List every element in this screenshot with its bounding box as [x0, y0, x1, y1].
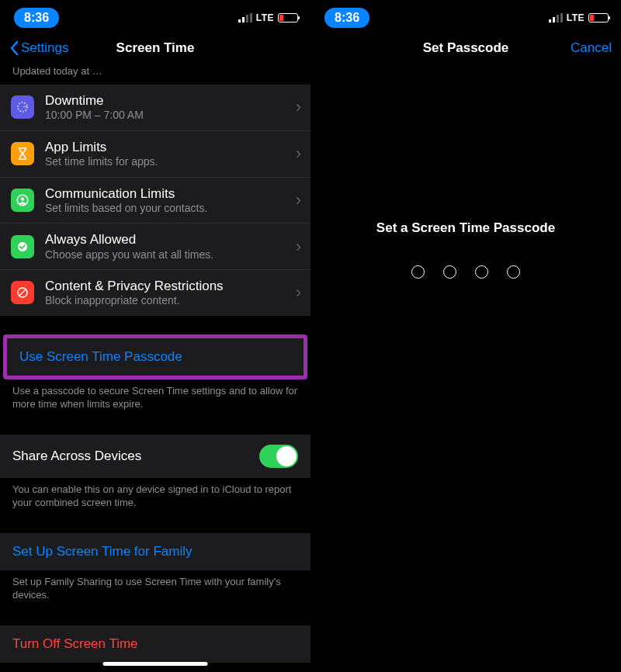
content: Updated today at … Downtime10:00 PM – 7:… [0, 65, 310, 663]
settings-section: Downtime10:00 PM – 7:00 AM › App LimitsS… [0, 85, 310, 316]
link-label: Use Screen Time Passcode [19, 349, 182, 365]
chevron-back-icon [9, 40, 19, 56]
chevron-right-icon: › [296, 282, 301, 303]
last-updated-text: Updated today at … [0, 65, 310, 81]
passcode-dot [507, 265, 520, 279]
battery-icon [278, 13, 298, 23]
signal-icon [238, 13, 252, 23]
signal-icon [549, 13, 563, 23]
svg-rect-11 [553, 17, 555, 23]
family-footer: Set up Family Sharing to use Screen Time… [0, 570, 310, 602]
passcode-area: Set a Screen Time Passcode [310, 220, 621, 279]
share-across-devices-row[interactable]: Share Across Devices [0, 435, 310, 478]
row-title: Communication Limits [45, 185, 285, 202]
back-label: Settings [21, 40, 68, 56]
share-footer: You can enable this on any device signed… [0, 478, 310, 510]
svg-rect-3 [250, 13, 252, 23]
downtime-row[interactable]: Downtime10:00 PM – 7:00 AM › [0, 85, 310, 131]
link-label: Set Up Screen Time for Family [12, 544, 192, 559]
status-bar: 8:36 LTE [310, 0, 621, 31]
back-button[interactable]: Settings [9, 40, 68, 56]
svg-rect-1 [242, 17, 245, 23]
passcode-footer: Use a passcode to secure Screen Time set… [0, 379, 310, 411]
row-title: Content & Privacy Restrictions [45, 278, 285, 294]
hourglass-icon [11, 142, 34, 165]
communication-limits-row[interactable]: Communication LimitsSet limits based on … [0, 178, 310, 224]
home-indicator[interactable] [103, 662, 208, 666]
passcode-dots [411, 265, 520, 279]
app-limits-row[interactable]: App LimitsSet time limits for apps. › [0, 131, 310, 178]
chevron-right-icon: › [296, 190, 301, 210]
passcode-dot [411, 265, 425, 279]
downtime-icon [11, 95, 34, 119]
svg-rect-2 [246, 15, 248, 23]
row-subtitle: Set time limits for apps. [45, 155, 285, 169]
svg-rect-12 [557, 15, 559, 23]
setup-family-button[interactable]: Set Up Screen Time for Family [0, 533, 310, 570]
passcode-dot [443, 265, 456, 279]
contact-icon [11, 189, 34, 212]
page-title: Set Passcode [423, 40, 509, 56]
link-label: Turn Off Screen Time [12, 636, 138, 652]
nav-bar: Settings Screen Time [0, 31, 310, 65]
row-title: App Limits [45, 139, 285, 155]
time-pill[interactable]: 8:36 [324, 8, 369, 28]
content-privacy-row[interactable]: Content & Privacy RestrictionsBlock inap… [0, 270, 310, 316]
use-passcode-button[interactable]: Use Screen Time Passcode [7, 338, 304, 376]
set-passcode-screen: 8:36 LTE Set Passcode Cancel Set a Scree… [310, 0, 621, 672]
svg-point-6 [21, 197, 25, 201]
network-label: LTE [256, 12, 274, 23]
svg-rect-10 [549, 19, 551, 23]
status-bar: 8:36 LTE [0, 0, 310, 31]
row-subtitle: Set limits based on your contacts. [45, 202, 285, 216]
passcode-dot [475, 265, 488, 279]
status-right: LTE [549, 12, 609, 23]
passcode-prompt: Set a Screen Time Passcode [376, 220, 555, 236]
row-subtitle: Choose apps you want at all times. [45, 248, 285, 262]
row-title: Downtime [45, 92, 285, 109]
row-subtitle: Block inappropriate content. [45, 294, 285, 308]
checkmark-shield-icon [11, 235, 34, 258]
cancel-button[interactable]: Cancel [571, 40, 612, 56]
time-pill[interactable]: 8:36 [14, 8, 59, 28]
chevron-right-icon: › [296, 144, 301, 164]
page-title: Screen Time [116, 40, 195, 56]
highlight-box: Use Screen Time Passcode [3, 334, 307, 379]
share-label: Share Across Devices [12, 449, 141, 464]
share-toggle[interactable] [259, 445, 298, 468]
always-allowed-row[interactable]: Always AllowedChoose apps you want at al… [0, 223, 310, 270]
nav-bar: Set Passcode Cancel [310, 31, 621, 65]
svg-rect-13 [560, 13, 563, 23]
nosign-icon [11, 281, 34, 304]
row-subtitle: 10:00 PM – 7:00 AM [45, 109, 285, 123]
chevron-right-icon: › [296, 237, 301, 257]
network-label: LTE [567, 12, 585, 23]
battery-icon [588, 13, 609, 23]
turn-off-button[interactable]: Turn Off Screen Time [0, 625, 310, 663]
screen-time-screen: 8:36 LTE Settings Screen Time Updated to… [0, 0, 310, 672]
status-right: LTE [238, 12, 298, 23]
svg-line-9 [19, 289, 26, 296]
svg-rect-0 [238, 19, 241, 23]
row-title: Always Allowed [45, 231, 285, 248]
chevron-right-icon: › [296, 97, 301, 117]
